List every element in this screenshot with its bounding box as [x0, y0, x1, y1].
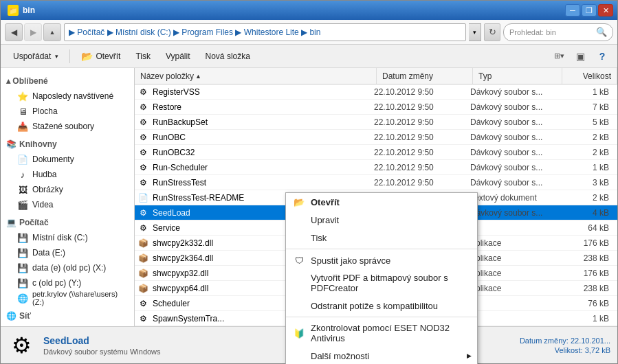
- file-icon: ⚙: [137, 313, 148, 324]
- file-size: 1 kB: [560, 87, 615, 97]
- status-meta: Datum změny: 22.10.201... Velikost: 3,72…: [520, 337, 610, 354]
- sidebar-item-music[interactable]: ♪ Hudba: [1, 167, 134, 182]
- context-menu-item[interactable]: Tisk: [286, 229, 477, 247]
- x-drive-icon: 💾: [17, 262, 28, 273]
- help-button[interactable]: ?: [593, 47, 612, 66]
- network-header-label: Síť: [19, 311, 31, 321]
- file-name: SeedLoad: [153, 208, 190, 218]
- forward-button[interactable]: ▶: [24, 23, 42, 41]
- file-name: Scheduler: [153, 299, 190, 308]
- sidebar-item-documents[interactable]: 📄 Dokumenty: [1, 152, 134, 167]
- file-size: 2 kB: [560, 148, 615, 157]
- table-row[interactable]: ⚙ Restore 22.10.2012 9:50 Dávkový soubor…: [135, 100, 617, 115]
- network-header[interactable]: 🌐 Síť: [1, 308, 134, 323]
- context-menu[interactable]: 📂OtevřítUpravitTisk🛡Spustit jako správce…: [285, 192, 478, 364]
- table-row[interactable]: ⚙ RunOBC32 22.10.2012 9:50 Dávkový soubo…: [135, 145, 617, 160]
- computer-header[interactable]: 💻 Počítač: [1, 215, 134, 230]
- view-options-button[interactable]: ⊞▾: [551, 47, 568, 66]
- context-menu-item[interactable]: Vytvořit PDF a bitmapový soubor s PDFCre…: [286, 269, 477, 297]
- libraries-header[interactable]: 📚 Knihovny: [1, 137, 134, 152]
- table-row[interactable]: ⚙ RunOBC 22.10.2012 9:50 Dávkový soubor …: [135, 130, 617, 145]
- file-type: Dávkový soubor s...: [470, 102, 560, 112]
- sidebar-item-desktop[interactable]: 🖥 Plocha: [1, 104, 134, 119]
- file-size: 176 kB: [560, 269, 615, 278]
- table-row[interactable]: ⚙ Run-Scheduler 22.10.2012 9:50 Dávkový …: [135, 160, 617, 175]
- file-icon: ⚙: [137, 207, 148, 218]
- file-size: 1 kB: [560, 314, 615, 323]
- context-menu-item[interactable]: Odstranit potíže s kompatibilitou: [286, 297, 477, 315]
- new-folder-label: Nová složka: [206, 52, 250, 61]
- favorites-section: ▴ Oblíbené ⭐ Naposledy navštívené 🖥 Ploc…: [1, 73, 134, 134]
- search-bar[interactable]: Prohledat: bin 🔍: [503, 23, 613, 41]
- window-controls: ─ ❐ ✕: [565, 4, 613, 16]
- column-header-size[interactable]: Velikost: [562, 68, 617, 84]
- sidebar-item-c-drive[interactable]: 💾 Místní disk (C:): [1, 230, 134, 245]
- file-icon: ⚙: [137, 102, 148, 113]
- file-date: 22.10.2012 9:50: [374, 178, 470, 187]
- sidebar-item-e-drive[interactable]: 💾 Data (E:): [1, 245, 134, 260]
- table-row[interactable]: ⚙ RunBackupSet 22.10.2012 9:50 Dávkový s…: [135, 115, 617, 130]
- table-row[interactable]: ⚙ RegisterVSS 22.10.2012 9:50 Dávkový so…: [135, 84, 617, 100]
- file-size: 238 kB: [560, 253, 615, 263]
- context-menu-item[interactable]: Upravit: [286, 211, 477, 229]
- file-icon: ⚙: [137, 223, 148, 234]
- file-type: Dávkový soubor s...: [470, 178, 560, 187]
- close-button[interactable]: ✕: [598, 4, 613, 16]
- file-date: 22.10.2012 9:50: [374, 133, 470, 142]
- file-icon: 📄: [137, 192, 148, 203]
- sidebar-item-label: Naposledy navštívené: [32, 91, 113, 101]
- file-size: 64 kB: [560, 223, 615, 233]
- sidebar-item-recent[interactable]: ⭐ Naposledy navštívené: [1, 89, 134, 104]
- sidebar-item-pictures[interactable]: 🖼 Obrázky: [1, 182, 134, 197]
- status-info: SeedLoad Dávkový soubor systému Windows: [43, 335, 161, 356]
- sidebar-item-z-drive[interactable]: 🌐 petr.krylov (\\share\users) (Z:): [1, 291, 134, 306]
- file-size: 7 kB: [560, 102, 615, 112]
- favorites-header-label: ▴ Oblíbené: [6, 76, 48, 86]
- favorites-header[interactable]: ▴ Oblíbené: [1, 73, 134, 89]
- restore-button[interactable]: ❐: [582, 4, 597, 16]
- table-row[interactable]: ⚙ RunStressTest 22.10.2012 9:50 Dávkový …: [135, 175, 617, 190]
- file-type: Dávkový soubor s...: [470, 148, 560, 157]
- context-menu-item[interactable]: 🛡Spustit jako správce: [286, 251, 477, 269]
- toolbar: Uspořádat 📂 Otevřít Tisk Vypálit Nová sl…: [1, 45, 617, 68]
- context-menu-item[interactable]: 📂Otevřít: [286, 193, 477, 211]
- breadcrumb-dropdown[interactable]: ▾: [469, 23, 481, 41]
- organize-button[interactable]: Uspořádat: [6, 47, 65, 66]
- context-menu-item[interactable]: Další možnosti: [286, 347, 477, 364]
- window-title: bin: [23, 5, 35, 15]
- print-button[interactable]: Tisk: [129, 47, 157, 66]
- sidebar-item-y-drive[interactable]: 💾 c (old pc) (Y:): [1, 275, 134, 291]
- column-header-type[interactable]: Typ: [473, 68, 562, 84]
- refresh-button[interactable]: ↻: [484, 23, 500, 41]
- file-type: Dávkový soubor s...: [470, 163, 560, 172]
- new-folder-button[interactable]: Nová složka: [199, 47, 257, 66]
- open-button[interactable]: 📂 Otevřít: [74, 47, 127, 66]
- file-name: Restore: [153, 102, 181, 112]
- preview-pane-button[interactable]: ▣: [571, 47, 590, 66]
- status-file-description: Dávkový soubor systému Windows: [43, 348, 161, 356]
- sidebar: ▴ Oblíbené ⭐ Naposledy navštívené 🖥 Ploc…: [1, 68, 135, 326]
- minimize-button[interactable]: ─: [565, 4, 580, 16]
- context-menu-item-icon: 🛡: [293, 254, 305, 266]
- sidebar-item-label: Dokumenty: [32, 155, 74, 164]
- context-menu-item[interactable]: 🔰Zkontrolovat pomocí ESET NOD32 Antiviru…: [286, 319, 477, 347]
- column-header-date[interactable]: Datum změny: [377, 68, 473, 84]
- back-button[interactable]: ◀: [5, 23, 23, 41]
- libraries-section: 📚 Knihovny 📄 Dokumenty ♪ Hudba 🖼 Obrázky…: [1, 137, 134, 212]
- breadcrumb[interactable]: ▶ Počítač ▶ Místní disk (C:) ▶ Program F…: [64, 23, 466, 41]
- sidebar-item-videos[interactable]: 🎬 Videa: [1, 197, 134, 212]
- file-list-header: Název položky ▲ Datum změny Typ Velikost: [135, 68, 617, 84]
- up-button[interactable]: ▲: [43, 23, 61, 41]
- file-name: RunBackupSet: [153, 117, 208, 127]
- y-drive-icon: 💾: [17, 277, 28, 288]
- file-type: Dávkový soubor s...: [470, 87, 560, 97]
- context-menu-separator: [286, 317, 477, 317]
- sidebar-item-downloads[interactable]: 📥 Stažené soubory: [1, 119, 134, 134]
- search-icon[interactable]: 🔍: [596, 27, 607, 37]
- burn-button[interactable]: Vypálit: [159, 47, 197, 66]
- file-date: 22.10.2012 9:50: [374, 87, 470, 97]
- search-placeholder: Prohledat: bin: [509, 28, 596, 36]
- sidebar-item-x-drive[interactable]: 💾 data (e) (old pc) (X:): [1, 260, 134, 275]
- column-header-name[interactable]: Název položky ▲: [135, 68, 377, 84]
- file-name: Service: [153, 223, 180, 233]
